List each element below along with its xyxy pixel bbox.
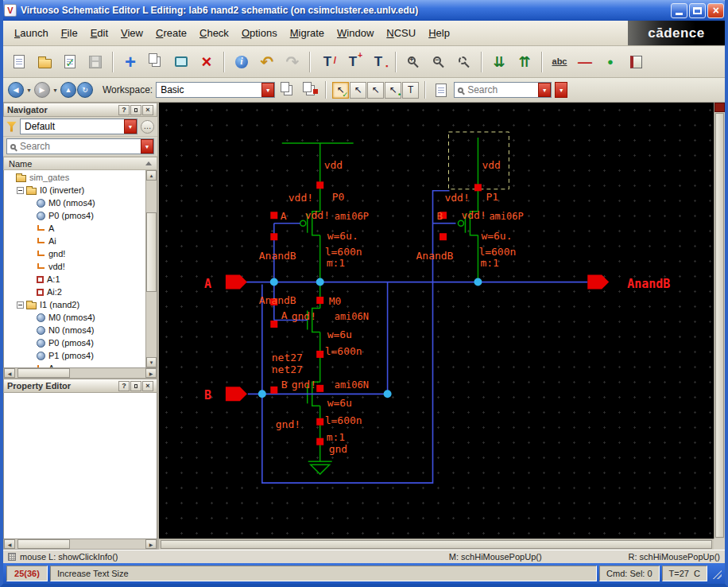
select-partial-mode-button[interactable]: ↖ — [350, 82, 366, 99]
search-dropdown-icon[interactable] — [538, 83, 551, 97]
selection-handle[interactable] — [316, 438, 323, 445]
zoom-out-button[interactable] — [427, 50, 451, 74]
search-options-icon[interactable] — [555, 82, 567, 98]
select-all-mode-button[interactable]: ↖✓ — [332, 82, 349, 99]
save-button[interactable] — [83, 50, 107, 74]
create-label-button[interactable]: T — [341, 50, 365, 74]
descend-button[interactable]: ⇊ — [487, 50, 511, 74]
select-text-mode-button[interactable]: T — [402, 82, 419, 99]
scroll-right-button[interactable] — [145, 539, 157, 549]
canvas-hscrollbar[interactable] — [159, 538, 714, 550]
navigator-close-button[interactable] — [142, 105, 153, 115]
nav-back-button[interactable]: ◀ — [8, 82, 24, 98]
canvas-vscrollbar[interactable] — [714, 103, 725, 538]
move-button[interactable]: + — [118, 50, 142, 74]
create-pin-button[interactable]: T — [366, 50, 390, 74]
workspace-combo[interactable]: Basic — [156, 82, 275, 98]
nav-forward-button[interactable]: ▶ — [34, 82, 50, 98]
property-editor-help-button[interactable] — [118, 381, 130, 391]
schematic-label[interactable]: gnd! — [292, 311, 316, 323]
property-editor-close-button[interactable] — [142, 381, 153, 391]
selection-handle[interactable] — [270, 387, 277, 394]
selection-handle[interactable] — [270, 233, 277, 240]
schematic-canvas[interactable]: vddvdd!P0Avdd!ami06Pw=6u.l=600nm:1AnandB… — [159, 103, 714, 538]
navigator-filter-dropdown-icon[interactable] — [124, 119, 137, 134]
zoom-in-button[interactable] — [401, 50, 425, 74]
delete-button[interactable]: × — [195, 50, 219, 74]
navigator-help-button[interactable] — [118, 105, 130, 115]
tree-item-gnd[interactable]: gnd! — [4, 247, 145, 260]
schematic-label[interactable]: l=600n — [325, 414, 362, 426]
schematic-label[interactable]: l=600n — [325, 246, 362, 258]
scroll-thumb[interactable] — [715, 113, 724, 538]
scroll-thumb[interactable] — [17, 368, 70, 378]
toolbar-search-input[interactable] — [466, 84, 536, 96]
scroll-left-button[interactable] — [4, 368, 15, 378]
tree-item-m0-nmos4[interactable]: M0 (nmos4) — [4, 196, 145, 209]
scroll-left-button[interactable] — [4, 539, 15, 549]
menu-edit[interactable]: Edit — [84, 24, 114, 42]
schematic-label[interactable]: B — [281, 379, 288, 391]
schematic-label[interactable]: B — [436, 210, 443, 222]
property-editor-hscrollbar[interactable] — [3, 539, 157, 550]
zoom-fit-button[interactable] — [452, 50, 476, 74]
schematic-label[interactable]: m:1 — [327, 431, 345, 443]
scroll-up-button[interactable] — [146, 170, 157, 181]
schematic-label[interactable]: gnd — [329, 443, 347, 455]
selection-handle[interactable] — [270, 321, 277, 328]
close-button[interactable] — [707, 3, 724, 18]
minimize-button[interactable] — [671, 3, 687, 18]
menu-file[interactable]: File — [55, 24, 84, 42]
schematic-label[interactable]: A — [204, 277, 211, 291]
menu-create[interactable]: Create — [149, 24, 193, 42]
selection-handle[interactable] — [474, 184, 482, 191]
schematic-label[interactable]: M0 — [329, 295, 342, 307]
navigator-hscrollbar[interactable] — [3, 368, 157, 379]
navigator-vscrollbar[interactable] — [145, 170, 157, 367]
check-and-save-button[interactable] — [58, 50, 82, 74]
tree-item-p0-pmos4[interactable]: P0 (pmos4) — [4, 336, 145, 349]
scroll-thumb[interactable] — [17, 539, 70, 549]
tree-item-ai-2[interactable]: Ai:2 — [4, 286, 145, 298]
menu-options[interactable]: Options — [235, 24, 284, 42]
schematic-label[interactable]: vdd! — [288, 192, 313, 204]
redo-button[interactable]: ↷ — [281, 50, 304, 74]
tree-item-a[interactable]: A — [4, 362, 145, 367]
open-button[interactable] — [33, 50, 56, 74]
schematic-label[interactable]: AnandB — [259, 250, 296, 262]
notes-button[interactable] — [624, 50, 648, 74]
navigator-float-button[interactable] — [130, 105, 141, 115]
tree-item-ai[interactable]: Ai — [4, 235, 145, 247]
ruler-button[interactable]: — — [573, 50, 597, 74]
tree-item-a-1[interactable]: A:1 — [4, 273, 145, 286]
nav-forward-menu-button[interactable]: ▼ — [51, 82, 60, 98]
resize-grip[interactable] — [711, 569, 722, 579]
selection-handle[interactable] — [270, 212, 277, 219]
gnd-triangle[interactable] — [311, 465, 330, 474]
nav-back-menu-button[interactable]: ▼ — [25, 82, 33, 98]
schematic-label[interactable]: l=600n — [478, 246, 516, 258]
schematic-label[interactable]: P0 — [332, 191, 345, 203]
tree-item-a[interactable]: A — [4, 222, 145, 235]
menu-check[interactable]: Check — [193, 24, 235, 42]
pin-anandb[interactable] — [587, 275, 609, 290]
schematic-label[interactable]: AnandB — [627, 277, 670, 291]
schematic-label[interactable]: ami06P — [335, 211, 369, 222]
navigator-more-button[interactable] — [141, 120, 154, 134]
tree-item-p1-pmos4[interactable]: P1 (pmos4) — [4, 349, 145, 362]
tree-item-i1-nand2[interactable]: I1 (nand2) — [4, 298, 145, 311]
workspace-dropdown-icon[interactable] — [261, 83, 274, 97]
selection-handle[interactable] — [316, 385, 323, 392]
nav-refresh-button[interactable]: ↻ — [77, 82, 93, 98]
schematic-label[interactable]: A — [281, 310, 288, 322]
new-cellview-button[interactable] — [7, 50, 31, 74]
property-editor-float-button[interactable] — [130, 381, 141, 391]
ascend-button[interactable]: ⇈ — [513, 50, 536, 74]
tree-item-sim-gates[interactable]: sim_gates — [4, 171, 145, 184]
copy-button[interactable] — [144, 50, 168, 74]
tree-item-p0-pmos4[interactable]: P0 (pmos4) — [4, 209, 145, 222]
selection-handle[interactable] — [316, 351, 323, 358]
schematic-label[interactable]: vdd! — [305, 209, 330, 221]
scroll-thumb[interactable] — [146, 212, 157, 292]
collapse-toggle-icon[interactable] — [17, 301, 24, 309]
